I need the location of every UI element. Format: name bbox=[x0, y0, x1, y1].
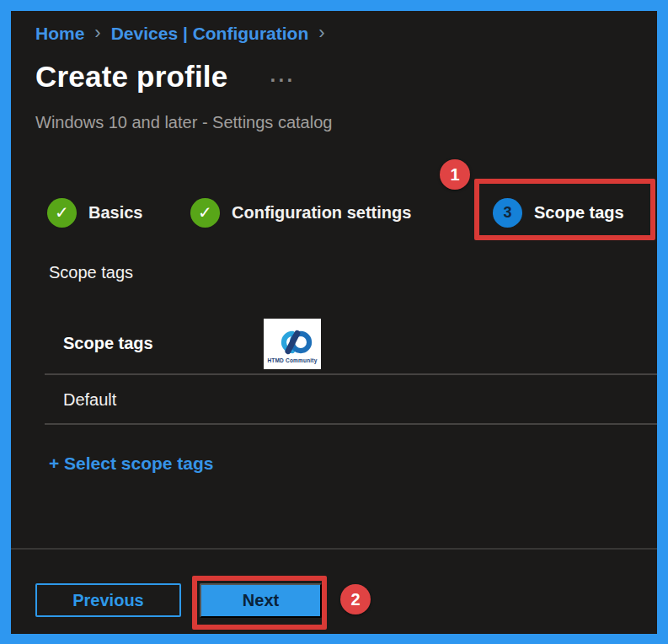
breadcrumb-home-link[interactable]: Home bbox=[35, 24, 84, 44]
table-divider bbox=[45, 423, 657, 425]
title-row: Create profile ··· bbox=[35, 60, 295, 94]
screenshot-frame: Home › Devices | Configuration › Create … bbox=[0, 0, 668, 644]
wizard-step-scope-tags[interactable]: 3 Scope tags bbox=[493, 197, 624, 228]
step-number-icon: 3 bbox=[493, 198, 522, 228]
scope-tags-column-header: Scope tags bbox=[63, 334, 153, 353]
annotation-badge-2: 2 bbox=[340, 584, 371, 614]
scope-tag-row-default: Default bbox=[63, 390, 116, 410]
htmd-community-logo: HTMD Community bbox=[264, 319, 321, 369]
wizard-step-label: Scope tags bbox=[534, 203, 624, 223]
htmd-logo-mark bbox=[271, 328, 313, 357]
chevron-right-icon: › bbox=[318, 22, 324, 44]
previous-button[interactable]: Previous bbox=[35, 583, 181, 617]
create-profile-page: Home › Devices | Configuration › Create … bbox=[11, 11, 657, 634]
breadcrumb: Home › Devices | Configuration › bbox=[35, 23, 325, 45]
next-button[interactable]: Next bbox=[200, 583, 322, 618]
check-icon: ✓ bbox=[190, 198, 220, 228]
page-title: Create profile bbox=[35, 60, 227, 94]
footer-divider bbox=[11, 548, 657, 550]
chevron-right-icon: › bbox=[94, 22, 100, 44]
wizard-step-configuration-settings[interactable]: ✓ Configuration settings bbox=[190, 197, 411, 228]
select-scope-tags-link[interactable]: + Select scope tags bbox=[49, 453, 214, 474]
breadcrumb-devices-configuration-link[interactable]: Devices | Configuration bbox=[111, 24, 309, 44]
annotation-badge-1: 1 bbox=[440, 159, 470, 190]
wizard-step-label: Configuration settings bbox=[232, 203, 411, 223]
profile-type-subtitle: Windows 10 and later - Settings catalog bbox=[35, 113, 332, 132]
more-menu-icon[interactable]: ··· bbox=[270, 68, 295, 92]
wizard-step-basics[interactable]: ✓ Basics bbox=[47, 197, 143, 228]
wizard-step-label: Basics bbox=[88, 203, 143, 223]
scope-tags-section-label: Scope tags bbox=[49, 263, 133, 282]
check-icon: ✓ bbox=[47, 198, 77, 228]
htmd-logo-text: HTMD Community bbox=[267, 357, 317, 363]
table-divider bbox=[45, 373, 657, 375]
